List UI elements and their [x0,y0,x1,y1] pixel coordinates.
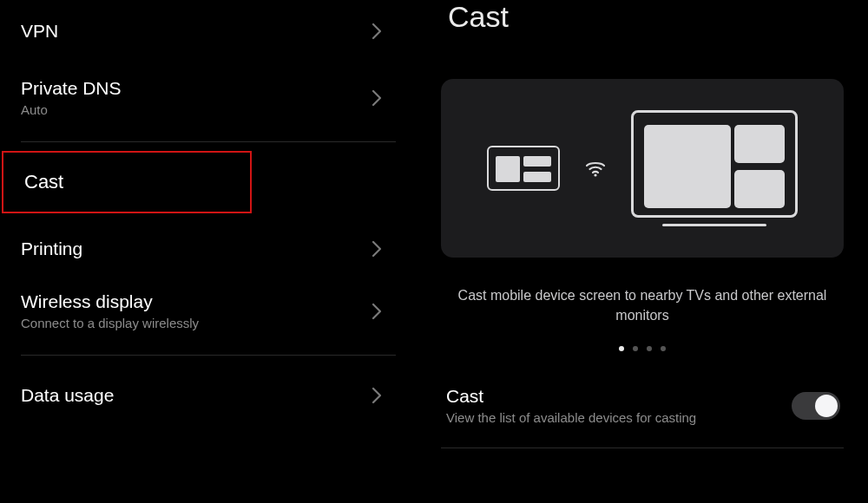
cast-detail-pane: Cast Cast mobile device scr [417,0,868,503]
cast-toggle-row: Cast View the list of available devices … [441,386,844,425]
divider [441,447,844,448]
page-dot [633,346,638,351]
settings-item-title: VPN [21,21,58,42]
settings-item-subtitle: Connect to a display wirelessly [21,316,199,330]
settings-item-vpn[interactable]: VPN [0,0,417,62]
tv-icon [631,110,798,226]
cast-toggle-switch[interactable] [792,392,840,420]
settings-list: VPN Private DNS Auto Cast Printing [0,0,417,503]
cast-caption: Cast mobile device screen to nearby TVs … [441,285,844,325]
settings-item-wireless-display[interactable]: Wireless display Connect to a display wi… [0,276,417,346]
cast-illustration-card [441,79,844,258]
settings-item-data-usage[interactable]: Data usage [0,364,417,427]
svg-point-0 [594,173,596,176]
chevron-right-icon [372,89,382,107]
settings-item-title: Data usage [21,385,114,406]
phone-icon [487,146,560,191]
divider [21,355,396,356]
toggle-title: Cast [446,386,696,407]
chevron-right-icon [372,303,382,320]
settings-item-title: Printing [21,238,82,259]
page-dot [647,346,652,351]
page-indicator [441,346,844,351]
chevron-right-icon [372,240,382,258]
page-title: Cast [448,0,844,34]
switch-knob [815,395,838,417]
settings-item-subtitle: Auto [21,102,122,117]
page-dot [619,346,624,351]
settings-item-private-dns[interactable]: Private DNS Auto [0,62,417,133]
settings-item-title: Private DNS [21,78,122,99]
settings-item-printing[interactable]: Printing [0,222,417,276]
settings-item-title: Wireless display [21,291,199,312]
chevron-right-icon [372,387,382,404]
settings-item-title: Cast [24,171,63,193]
settings-item-cast[interactable]: Cast [2,151,252,213]
wifi-icon [584,157,607,180]
toggle-subtitle: View the list of available devices for c… [446,410,696,425]
chevron-right-icon [372,23,382,40]
divider [21,141,396,142]
page-dot [661,346,666,351]
